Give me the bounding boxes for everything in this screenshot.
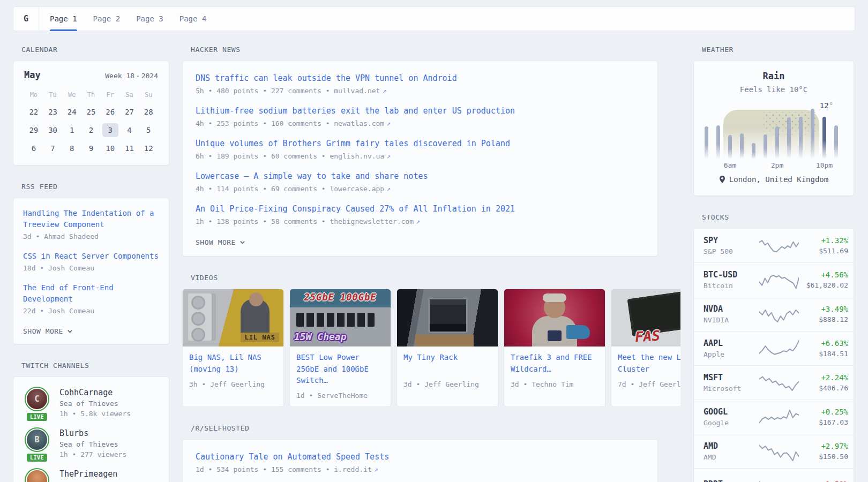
external-link-icon[interactable]: ↗ — [386, 152, 391, 160]
rss-item-meta: 22d • Josh Comeau — [23, 306, 159, 316]
weather-bar — [834, 125, 838, 159]
weather-bar — [752, 143, 755, 159]
calendar-day: 11 — [120, 141, 139, 155]
calendar-week-year: Week 18•2024 — [105, 72, 158, 80]
twitch-channel-meta: 1h • 277 viewers — [59, 450, 126, 458]
video-meta: 3d • Techno Tim — [511, 380, 598, 388]
stock-row[interactable]: SPYS&P 500 +1.32%$511.69 — [694, 229, 854, 263]
twitch-channel-row[interactable]: C LIVE CohhCarnage Sea of Thieves 1h • 5… — [23, 387, 159, 418]
stock-price: $406.76 — [799, 384, 848, 392]
hn-show-more-button[interactable]: SHOW MORE — [196, 238, 645, 246]
external-link-icon[interactable]: ↗ — [382, 87, 386, 95]
map-pin-icon — [719, 176, 725, 183]
rss-item-title[interactable]: CSS in React Server Components — [23, 251, 159, 262]
weather-bar — [764, 134, 767, 159]
external-link-icon[interactable]: ↗ — [386, 119, 391, 127]
hn-item-title[interactable]: DNS traffic can leak outside the VPN tun… — [196, 73, 645, 84]
video-card[interactable]: FAS Meet the new Linux Cluster 7d • Jeff… — [611, 289, 680, 407]
twitch-widget: C LIVE CohhCarnage Sea of Thieves 1h • 5… — [13, 376, 169, 482]
video-card[interactable]: 25GbE 100GbE 15W Cheap BEST Low Power 25… — [289, 289, 391, 407]
rss-widget: Handling The Indentation of a Treeview C… — [13, 198, 169, 344]
rss-item-title[interactable]: Handling The Indentation of a Treeview C… — [23, 208, 159, 230]
stock-name: Bitcoin — [704, 282, 759, 290]
hn-item-title[interactable]: Unique volumes of Brothers Grimm fairy t… — [196, 138, 645, 149]
twitch-channel-name: CohhCarnage — [59, 388, 131, 397]
video-title[interactable]: My Tiny Rack — [403, 352, 491, 375]
video-title[interactable]: Big NAS, Lil NAS (moving 13) — [189, 352, 277, 375]
live-badge: LIVE — [27, 454, 47, 462]
daylight-band — [723, 110, 819, 160]
external-link-icon[interactable]: ↗ — [374, 465, 378, 473]
weather-feels-like: Feels like 10°C — [704, 85, 844, 94]
weather-condition: Rain — [704, 71, 844, 81]
calendar-day-header: We — [62, 89, 81, 101]
hn-item-title[interactable]: Lowercase – A simple way to take and sha… — [196, 171, 645, 182]
stock-row[interactable]: MSFTMicrosoft +2.24%$406.76 — [694, 366, 854, 400]
calendar-day-header: Sa — [120, 89, 139, 101]
calendar-day: 10 — [101, 141, 120, 155]
stock-row[interactable]: BTC-USDBitcoin +4.56%$61,820.02 — [694, 263, 854, 297]
video-card[interactable]: My Tiny Rack 3d • Jeff Geerling — [396, 289, 498, 407]
hn-item-meta: 4h • 114 points • 69 comments • lowercas… — [196, 185, 645, 193]
hn-item-title[interactable]: Lithium-free sodium batteries exit the l… — [196, 106, 645, 117]
stock-name: Apple — [704, 350, 759, 358]
video-card[interactable]: LIL NAS Big NAS, Lil NAS (moving 13) 3h … — [182, 289, 284, 407]
stock-sparkline — [759, 373, 799, 393]
tab-page-3[interactable]: Page 3 — [136, 7, 163, 31]
stock-change: +6.63% — [799, 339, 848, 348]
video-thumbnail — [504, 289, 605, 347]
weather-axis-label: 2pm — [771, 161, 783, 169]
reddit-item-title[interactable]: Cautionary Tale on Automated Speed Tests — [196, 451, 645, 463]
video-title[interactable]: Traefik 3 and FREE Wildcard… — [511, 352, 598, 375]
hackernews-section-label: HACKER NEWS — [191, 46, 680, 54]
stock-row[interactable]: GOOGLGoogle +0.25%$167.03 — [694, 400, 854, 434]
middle-column: HACKER NEWS DNS traffic can leak outside… — [182, 46, 680, 482]
stock-name: Google — [704, 419, 759, 427]
stock-row[interactable]: AMDAMD +2.97%$150.50 — [694, 434, 854, 469]
video-title[interactable]: Meet the new Linux Cluster — [618, 352, 680, 375]
stock-change: +3.49% — [799, 305, 848, 313]
weather-bar — [716, 125, 720, 159]
external-link-icon[interactable]: ↗ — [386, 185, 391, 193]
current-temp-label: 12° — [820, 101, 833, 110]
stock-symbol: RDDT — [704, 479, 759, 482]
calendar-day: 9 — [81, 141, 101, 155]
external-link-icon[interactable]: ↗ — [416, 217, 420, 225]
avatar: C — [25, 387, 49, 411]
calendar-day: 6 — [24, 141, 43, 155]
rss-show-more-button[interactable]: SHOW MORE — [23, 327, 159, 335]
stock-symbol: MSFT — [704, 373, 759, 382]
stock-price: $150.50 — [799, 453, 848, 461]
video-meta: 3h • Jeff Geerling — [189, 380, 277, 388]
hn-meta-text: 4h • 114 points • 69 comments • lowercas… — [196, 185, 384, 193]
stock-row[interactable]: AAPLApple +6.63%$184.51 — [694, 332, 854, 366]
page-tabs: Page 1 Page 2 Page 3 Page 4 — [39, 7, 206, 31]
avatar-letter: B — [34, 435, 39, 445]
stock-row[interactable]: RDDT -1.59% — [694, 469, 854, 482]
calendar-day: 8 — [62, 141, 81, 155]
video-meta: 1d • ServeTheHome — [296, 391, 384, 400]
stock-row[interactable]: NVDANVIDIA +3.49%$888.12 — [694, 297, 854, 332]
tab-page-1[interactable]: Page 1 — [50, 7, 77, 31]
rss-item-title[interactable]: The End of Front-End Development — [23, 282, 159, 305]
twitch-channel-row[interactable]: ThePrimeagen — [23, 468, 159, 482]
weather-bar — [811, 109, 814, 159]
calendar-week-label: Week 18 — [105, 72, 134, 80]
twitch-channel-game: Sea of Thieves — [59, 400, 131, 408]
calendar-widget: May Week 18•2024 MoTuWeThFrSaSu222324252… — [13, 61, 169, 165]
weather-bar — [775, 126, 779, 159]
list-item: Handling The Indentation of a Treeview C… — [23, 208, 159, 242]
video-card[interactable]: Traefik 3 and FREE Wildcard… 3d • Techno… — [504, 289, 605, 407]
reddit-meta-text: 1d • 534 points • 155 comments • i.redd.… — [196, 465, 372, 473]
calendar-section-label: CALENDAR — [21, 46, 169, 54]
hn-item-title[interactable]: An Oil Price-Fixing Conspiracy Caused 27… — [196, 204, 645, 215]
videos-row: LIL NAS Big NAS, Lil NAS (moving 13) 3h … — [182, 289, 680, 407]
weather-location: London, United Kingdom — [704, 175, 844, 184]
chevron-down-icon — [67, 328, 73, 334]
video-title[interactable]: BEST Low Power 25GbE and 100GbE Switch… — [296, 352, 384, 387]
twitch-channel-row[interactable]: B LIVE Blurbs Sea of Thieves 1h • 277 vi… — [23, 427, 159, 458]
tab-page-4[interactable]: Page 4 — [179, 7, 207, 31]
app-logo[interactable]: G — [13, 7, 39, 31]
tab-page-2[interactable]: Page 2 — [93, 7, 121, 31]
stock-change: +2.97% — [799, 442, 848, 450]
